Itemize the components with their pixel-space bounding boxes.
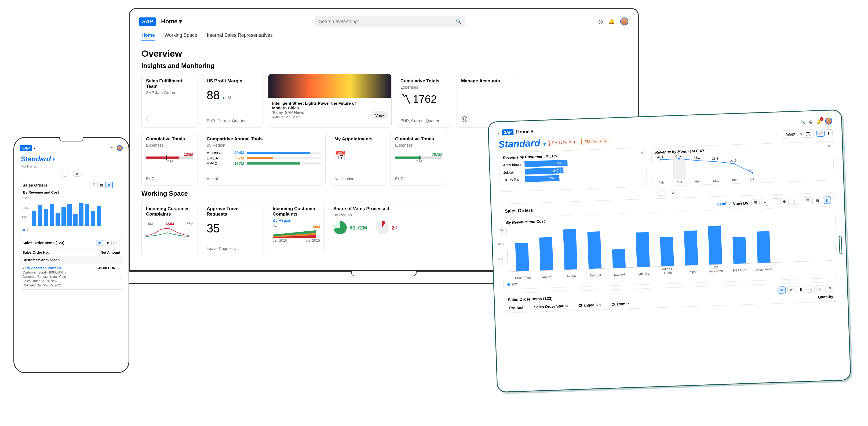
- details-link[interactable]: Details: [716, 201, 730, 206]
- sales-orders-card: Sales Orders ☰ ▦ ▮ ⋯ By Revenue and Cost…: [20, 179, 123, 235]
- phone-device: SAP ▾ ⋯ Standard ▾ Not filtered ˄ ⤨ Sale…: [13, 137, 129, 373]
- export-icon[interactable]: ⇲: [807, 285, 815, 293]
- chevron-right-icon: ›: [120, 275, 121, 279]
- settings-icon[interactable]: ⚙: [780, 198, 788, 205]
- grid-view-icon[interactable]: ▦: [98, 182, 105, 188]
- card-votes[interactable]: Share of Votes Processed By Region 63.72…: [329, 202, 444, 255]
- card-appointments[interactable]: My Appointments 📅 Notification: [330, 132, 386, 185]
- bell-icon[interactable]: 🔔: [608, 18, 615, 25]
- avatar[interactable]: [620, 18, 628, 26]
- copilot-icon[interactable]: ◎: [809, 119, 813, 124]
- shell-home-selector[interactable]: Home ▾: [516, 128, 534, 135]
- card-sales-fulfillment[interactable]: Sales Fulfillment Team SAP Jam Group ⌂: [142, 74, 198, 127]
- card-manage-accounts[interactable]: Manage Accounts ◎: [457, 74, 513, 127]
- region-row: APAC197M: [207, 161, 321, 165]
- popout-icon[interactable]: ⧉: [641, 151, 643, 155]
- zoom-in-icon[interactable]: ＋: [761, 199, 769, 206]
- status-chip[interactable]: PM 864K USD: [548, 139, 578, 146]
- chevron-down-icon[interactable]: ▾: [34, 146, 36, 150]
- card-cumulative-2[interactable]: Cumulative Totals Expenses 125M 75M EUR: [142, 132, 198, 185]
- col-net-amount: Net Amount: [101, 250, 120, 254]
- expand-icon[interactable]: ⤢: [816, 285, 825, 292]
- list-item[interactable]: 7" Widescreen Portable 249.00 EUR › Cust…: [20, 264, 123, 290]
- card-comparative[interactable]: Comparitive Annual Tools By Region Ameri…: [202, 132, 326, 185]
- col-customer: Customer: [612, 301, 629, 306]
- chart-view-icon[interactable]: ▮: [823, 196, 831, 204]
- card-news[interactable]: Intelligent Street Lights Power the Futu…: [268, 74, 392, 127]
- card-complaints-1[interactable]: Incoming Customer Complaints 16M123M56M: [142, 202, 198, 255]
- bell-icon[interactable]: 🔔2: [816, 119, 822, 124]
- expand-icon[interactable]: ⤢: [790, 197, 798, 205]
- list-view-icon[interactable]: ☰: [803, 197, 812, 204]
- popout-icon[interactable]: ⧉: [828, 144, 830, 148]
- grid-view-icon[interactable]: ▦: [813, 197, 821, 204]
- chart-subtitle: By Revenue and Cost: [23, 190, 120, 194]
- view-by-label: View By: [733, 201, 748, 206]
- more-icon[interactable]: ⋯: [113, 240, 120, 246]
- col-changed: Changed On: [579, 303, 601, 308]
- collapse-button[interactable]: ˄: [657, 190, 665, 196]
- news-image: [269, 74, 391, 98]
- home-icon: ⌂: [146, 114, 193, 123]
- list-view-icon[interactable]: ☰: [90, 182, 98, 188]
- avatar[interactable]: [117, 145, 123, 151]
- line-chart: 31.1Feb31.7Mar28.1Apr25.8May21.9Jun7.8Ju…: [655, 151, 830, 184]
- section-insights: Insights and Monitoring: [142, 62, 626, 69]
- pie-chart-icon: [375, 221, 389, 234]
- eye-off-icon[interactable]: ⊘: [105, 240, 112, 246]
- variant-selector[interactable]: Standard ▾: [498, 137, 546, 150]
- back-icon[interactable]: ‹: [498, 130, 499, 135]
- card-cumulative-3[interactable]: Cumulative Totals Expenses 78.5M 75M EUR: [391, 132, 447, 185]
- card-us-profit[interactable]: US Profit Margin 88▲M EUR, Current Quart…: [202, 74, 264, 127]
- more-icon[interactable]: ⋯: [111, 145, 115, 151]
- view-button[interactable]: View: [371, 112, 388, 119]
- nav-tabs: Home Working Space Internal Sales Repres…: [135, 29, 632, 43]
- settings-icon[interactable]: ⚙: [826, 285, 834, 292]
- card-title: Sales Orders: [23, 183, 48, 187]
- adapt-filter-button[interactable]: Adapt Filter (7): [782, 129, 814, 139]
- avatar[interactable]: [825, 118, 832, 125]
- sap-logo: SAP: [502, 129, 514, 135]
- zoom-out-icon[interactable]: －: [771, 199, 779, 206]
- region-row: EMEA97M: [207, 156, 321, 160]
- tablet-device: ‹ SAP Home ▾ 🔍 ◎ 🔔2 Standard ▾ PM 864K U…: [488, 109, 851, 392]
- pie-chart-icon: [333, 221, 347, 234]
- bar-chart: [31, 196, 119, 226]
- sales-orders-card: Sales Orders Details View By ☰ ＋ － ⚙ ⤢ ☰…: [501, 192, 838, 290]
- more-icon[interactable]: ⋯: [113, 182, 120, 188]
- bar-view-icon[interactable]: ▮: [825, 129, 833, 136]
- card-travel-requests[interactable]: Approve Travel Requests 35 Leave Request…: [202, 202, 264, 255]
- section-title: Sales Order Items (123): [23, 241, 64, 245]
- sort-icon[interactable]: ⇅: [797, 285, 805, 293]
- shuffle-icon[interactable]: ⤨: [73, 171, 82, 177]
- tab-internal-sales[interactable]: Internal Sales Representatives: [207, 31, 273, 40]
- card-complaints-2[interactable]: Incoming Customer Complaints By Region 0…: [268, 202, 324, 255]
- section-title: Sales Order Items (123): [508, 296, 553, 302]
- search-icon: 🔍: [456, 19, 462, 24]
- collapse-button[interactable]: ˄: [61, 171, 69, 177]
- chart-view-icon[interactable]: ▮: [105, 182, 113, 188]
- search-input[interactable]: Search everything 🔍: [315, 17, 465, 27]
- status-chip[interactable]: PM 759K USD: [581, 138, 610, 145]
- eye-off-icon[interactable]: ⊘: [787, 286, 796, 294]
- shuffle-icon[interactable]: ⤨: [669, 189, 678, 195]
- tab-home[interactable]: Home: [142, 31, 155, 40]
- tab-working-space[interactable]: Working Space: [164, 31, 197, 40]
- calendar-icon: 📅: [334, 150, 382, 161]
- list-icon[interactable]: ☰: [751, 199, 760, 206]
- eye-icon[interactable]: 👁: [96, 240, 103, 246]
- chart-legend: 2021: [23, 228, 120, 232]
- eye-icon[interactable]: 👁: [778, 286, 786, 294]
- shell-home-selector[interactable]: Home ▾: [161, 18, 182, 25]
- search-icon[interactable]: 🔍: [800, 119, 805, 125]
- region-row: Americas234M: [207, 150, 321, 155]
- chart-view-icon[interactable]: 📈: [816, 130, 825, 137]
- card-cumulative-1[interactable]: Cumulative Totals Expenses 〽 1762 EUR, C…: [396, 74, 452, 127]
- page-title: Overview: [142, 48, 626, 59]
- col-order-no: Sales Order No.: [23, 250, 101, 254]
- sparkline: [146, 227, 189, 238]
- variant-selector[interactable]: Standard ▾: [19, 154, 124, 164]
- col-product: Product: [509, 305, 523, 310]
- col-quantity: Quantity: [818, 295, 833, 299]
- copilot-icon[interactable]: ◎: [598, 18, 603, 25]
